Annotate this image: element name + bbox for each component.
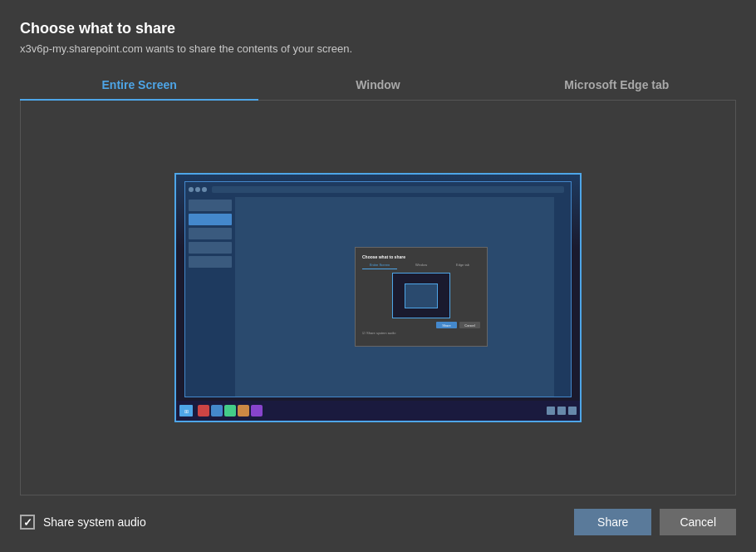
- screen-inner: Choose what to share Entire Screen Windo…: [176, 175, 580, 421]
- address-bar: [212, 186, 564, 193]
- taskbar-sys-1: [547, 407, 555, 415]
- fake-main-content: Choose what to share Entire Screen Windo…: [235, 197, 554, 397]
- fake-share-btn: Share: [436, 322, 457, 328]
- checkmark-icon: ✓: [23, 517, 32, 528]
- taskbar-icon-2: [211, 405, 223, 416]
- audio-checkbox[interactable]: ✓: [20, 515, 35, 530]
- start-button: ⊞: [179, 405, 193, 416]
- dialog-title: Choose what to share: [20, 20, 736, 37]
- sidebar-item-4: [189, 242, 232, 254]
- fake-tab-2: Window: [404, 263, 439, 269]
- taskbar-icon-3: [224, 405, 236, 416]
- fake-cancel-btn: Cancel: [459, 322, 480, 328]
- sidebar-item-1: [189, 200, 232, 211]
- screen-preview: Choose what to share Entire Screen Windo…: [174, 173, 582, 422]
- tab-entire-screen[interactable]: Entire Screen: [20, 70, 258, 100]
- fake-dialog-preview: [392, 273, 450, 318]
- fake-tab-1: Entire Screen: [362, 263, 397, 269]
- fake-right-panel: [554, 197, 571, 397]
- sidebar-item-5: [189, 256, 232, 268]
- fake-taskbar: ⊞: [176, 401, 580, 421]
- browser-dot-2: [195, 187, 200, 192]
- footer-left: ✓ Share system audio: [20, 515, 146, 530]
- fake-dialog-buttons: Share Cancel: [362, 322, 480, 328]
- dialog-footer: ✓ Share system audio Share Cancel: [20, 495, 736, 535]
- cancel-button[interactable]: Cancel: [660, 509, 736, 535]
- fake-nested-dialog: Choose what to share Entire Screen Windo…: [355, 247, 488, 347]
- audio-checkbox-wrapper[interactable]: ✓ Share system audio: [20, 515, 146, 530]
- footer-buttons: Share Cancel: [574, 509, 736, 535]
- fake-browser-content: Choose what to share Entire Screen Windo…: [185, 197, 571, 397]
- browser-dot-3: [202, 187, 207, 192]
- taskbar-icons: [198, 405, 545, 416]
- taskbar-icon-1: [198, 405, 209, 416]
- tab-bar: Entire Screen Window Microsoft Edge tab: [20, 70, 736, 101]
- fake-dialog-title: Choose what to share: [362, 254, 480, 259]
- taskbar-sys-2: [557, 407, 566, 415]
- browser-dot-1: [189, 187, 194, 192]
- share-button[interactable]: Share: [574, 509, 651, 535]
- taskbar-icon-4: [238, 405, 249, 416]
- fake-browser-bar: [185, 182, 571, 197]
- share-dialog: Choose what to share x3v6p-my.sharepoint…: [0, 0, 756, 552]
- fake-tab-3: Edge tab: [445, 263, 480, 269]
- sidebar-item-3: [189, 228, 232, 239]
- taskbar-system-icons: [547, 407, 577, 415]
- audio-checkbox-label: Share system audio: [43, 515, 146, 529]
- fake-sidebar: [185, 197, 235, 397]
- fake-browser: Choose what to share Entire Screen Windo…: [184, 181, 572, 397]
- fake-inner-preview: [405, 283, 438, 308]
- preview-area: Choose what to share Entire Screen Windo…: [20, 101, 736, 495]
- dialog-subtitle: x3v6p-my.sharepoint.com wants to share t…: [20, 42, 736, 55]
- fake-checkbox-row: ☑ Share system audio: [362, 331, 480, 335]
- sidebar-item-2: [189, 214, 232, 225]
- tab-edge-tab[interactable]: Microsoft Edge tab: [498, 70, 736, 100]
- taskbar-icon-5: [251, 405, 263, 416]
- taskbar-sys-3: [568, 407, 577, 415]
- tab-window[interactable]: Window: [258, 70, 497, 100]
